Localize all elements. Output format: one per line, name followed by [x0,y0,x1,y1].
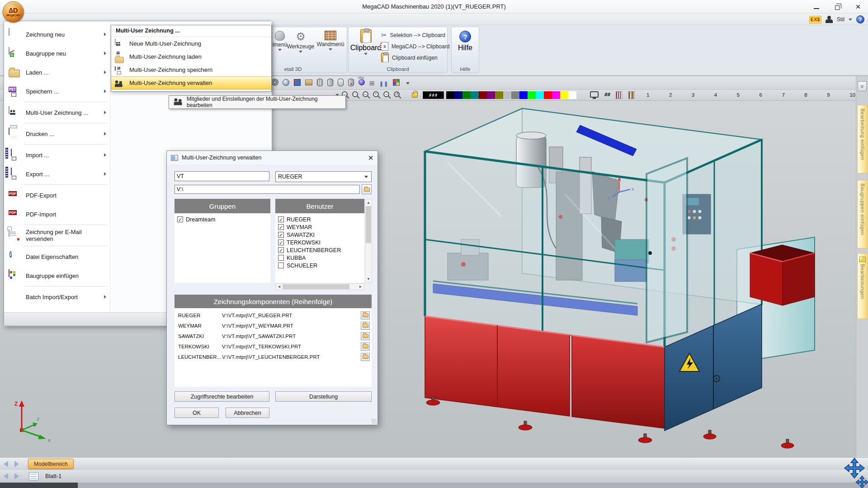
linewidth-icon[interactable] [628,91,635,99]
sphere-icon[interactable] [283,79,289,88]
color-swatch-ff0000[interactable] [544,91,552,99]
layer-number-4[interactable]: 4 [714,92,717,98]
cylinder-mesh-icon[interactable] [317,79,323,88]
color-swatch-800080[interactable] [487,91,495,99]
layer-number-1[interactable]: 1 [646,92,649,98]
user-leuchtenberger[interactable]: ✓LEUCHTENBERGER [278,246,364,254]
checkbox[interactable] [278,263,284,268]
users-horizontal-scrollbar[interactable]: ◄ ► [275,283,364,290]
scroll-thumb[interactable] [283,284,349,289]
color-swatch-000080[interactable] [454,91,462,99]
minimize-button[interactable] [813,3,820,10]
opengl-sphere-icon[interactable] [359,79,365,87]
component-browse-button[interactable] [361,353,370,361]
toolbar-overflow-icon[interactable] [406,82,410,84]
user-icon[interactable] [826,16,833,23]
component-browse-button[interactable] [361,332,370,340]
resize-grip[interactable] [372,419,377,424]
linetype-icon[interactable] [616,91,622,99]
zoom-previous-icon[interactable]: ↺ [394,91,400,97]
submenu-item-multi-user-zeichnung-laden[interactable]: Multi-User-Zeichnung laden [111,50,271,63]
color-swatch-ffff00[interactable] [560,91,568,99]
pan-move-icon[interactable] [844,457,868,488]
path-input[interactable] [175,185,360,194]
menu-item-baugruppe-einfügen[interactable]: Baugruppe einfügen [4,266,110,285]
solid-box-icon[interactable] [305,79,312,87]
checkbox[interactable] [278,255,284,261]
clipboard-paste-button[interactable]: Clipboard einfügen [381,52,449,63]
display-button[interactable]: Darstellung [275,391,372,402]
menu-item-drucken[interactable]: Drucken ... [4,124,110,143]
layer-number-5[interactable]: 5 [737,92,740,98]
layer-number-2[interactable]: 2 [669,92,672,98]
submenu-item-neue-multi-user-zeichnung[interactable]: Neue Multi-User-Zeichnung [111,37,271,50]
color-swatch-808000[interactable] [495,91,503,99]
ribbon-item-werkzeuge[interactable]: ⚙ Werkzeuge [286,31,315,53]
color-swatch-00ff00[interactable] [528,91,536,99]
megacad-to-clipboard-button[interactable]: 6 MegaCAD --> Clipboard [381,41,449,52]
zoom-extents-icon[interactable]: ↔ [363,91,368,97]
menu-item-pdf-export[interactable]: PDFPDF-Export [4,186,110,205]
color-swatch-ff00ff[interactable] [552,91,560,99]
dialog-title-bar[interactable]: Multi-User-Zeichnung verwalten × [167,151,377,164]
layer-number-3[interactable]: 3 [692,92,694,98]
side-tab-bearbeitungen[interactable]: Bearbeitungen [857,253,868,319]
zoom-minus-icon[interactable]: – [383,91,389,97]
layer-number-7[interactable]: 7 [782,92,784,98]
scroll-up-icon[interactable]: ▲ [365,199,372,206]
ex-badge[interactable]: EX$ [809,16,821,23]
layer-number-10[interactable]: 10 [849,92,855,98]
stil-dropdown-label[interactable]: Stil [837,16,844,23]
close-button[interactable]: × [854,3,862,10]
machine-3d-model[interactable]: z x y [420,104,836,461]
menu-item-batch-import-export[interactable]: Batch Import/Export [4,287,110,306]
sheet-list-icon[interactable] [29,472,38,480]
layer-number-8[interactable]: 8 [804,92,807,98]
component-row-terkowski[interactable]: TERKOWSKIV:\VT.mtprj\VT_TERKOWSKI.PRT [175,341,372,352]
bottom-scroll-handle[interactable] [0,483,78,488]
cylinder-open-icon[interactable] [338,79,344,88]
side-tab-baugruppen-einfügen[interactable]: Baugruppen einfügen [857,180,868,249]
menu-item-import[interactable]: DXFImport ... [4,145,110,164]
color-swatch-ffffff[interactable] [568,91,576,99]
side-tab-bearbeitung-einfügen[interactable]: Bearbeitung einfügen [857,105,868,174]
scroll-left-icon[interactable]: ◄ [276,284,283,290]
user-terkowski[interactable]: ✓TERKOWSKI [278,239,364,246]
user-kubba[interactable]: KUBBA [278,254,364,262]
user-weymar[interactable]: ✓WEYMAR [278,223,364,231]
color-swatch-000000[interactable] [446,91,454,99]
color-swatch-0000ff[interactable] [519,91,528,99]
submenu-item-multi-user-zeichnung-verwalten[interactable]: Multi-User-Zeichnung verwalten [111,76,271,89]
checkbox[interactable]: ✓ [177,216,183,222]
checkbox[interactable]: ✓ [278,232,284,238]
permissions-button[interactable]: Zugriffsrechte bearbeiten [175,391,269,402]
scroll-down-icon[interactable]: ▼ [365,276,372,282]
component-row-rueger[interactable]: RUEGERV:\VT.mtprj\VT_RUEGER.PRT [175,310,372,320]
scroll-right-icon[interactable]: ► [357,284,364,290]
menu-item-zeichnung-per-e-mail-versenden[interactable]: Zeichnung per E-Mail versenden [4,226,110,245]
color-swatch-008000[interactable] [462,91,471,99]
help-button[interactable]: ? Hilfe [452,31,479,52]
menu-item-datei-eigenschaften[interactable]: iDatei Eigenschaften [4,247,110,266]
next-sheet-icon[interactable] [14,473,19,479]
menu-item-pdf-import[interactable]: PDFPDF-Import [4,205,110,224]
color-swatch-800000[interactable] [479,91,487,99]
zoom-window-icon[interactable]: ▫ [352,91,358,97]
ok-button[interactable]: OK [175,408,219,418]
color-swatch-c0c0c0[interactable] [503,91,511,99]
user-schueler[interactable]: SCHUELER [278,262,364,269]
prev-sheet-icon[interactable] [4,473,8,479]
tab-blatt-1[interactable]: Blatt-1 [45,473,61,479]
owner-select[interactable]: RUEGER [275,171,372,182]
checkbox[interactable]: ✓ [278,239,284,245]
color-quad-icon[interactable] [393,79,400,88]
menu-item-speichern[interactable]: PRTSpeichern ... [4,82,110,101]
torus-icon[interactable] [272,79,278,87]
rail-overflow-button[interactable]: ≡ [858,81,867,91]
user-sawatzki[interactable]: ✓SAWATZKI [278,231,364,239]
color-swatch-008080[interactable] [471,91,479,99]
component-browse-button[interactable] [361,322,370,330]
clipboard-button[interactable]: Clipboard [351,29,380,55]
layer-hash-button[interactable]: ### [423,91,444,99]
megacad-logo-button[interactable]: ∆D MegaCAD [3,1,24,23]
